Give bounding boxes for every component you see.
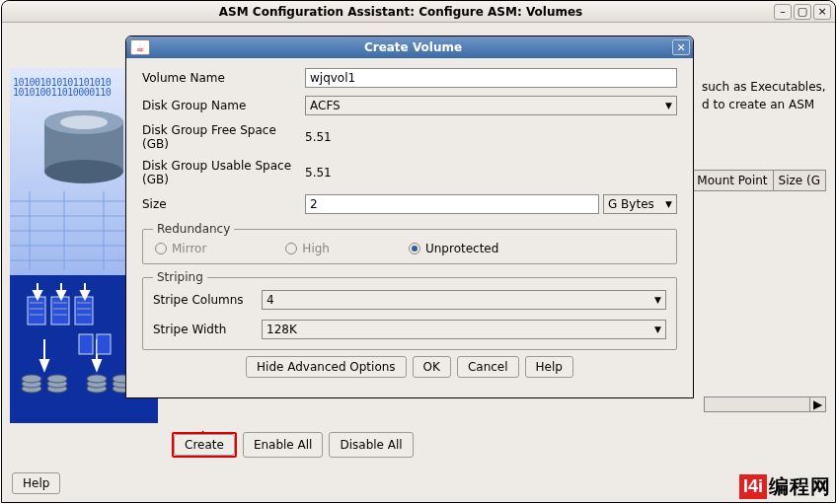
disk-group-name-label: Disk Group Name <box>142 99 305 112</box>
table-header-fragment: Mount Point Size (G <box>691 170 826 191</box>
col-mount-point[interactable]: Mount Point <box>692 171 772 190</box>
create-button[interactable]: Create <box>174 434 235 456</box>
cancel-button[interactable]: Cancel <box>457 356 519 378</box>
redundancy-unprotected-radio[interactable]: Unprotected <box>409 242 498 255</box>
usable-space-value: 5.51 <box>305 164 677 181</box>
hide-advanced-button[interactable]: Hide Advanced Options <box>246 356 407 378</box>
chevron-down-icon: ▼ <box>654 295 661 305</box>
watermark-text: 编程网 <box>769 473 831 500</box>
chevron-down-icon: ▼ <box>654 324 661 334</box>
free-space-label: Disk Group Free Space (GB) <box>142 123 305 151</box>
dialog-close-button[interactable]: ✕ <box>672 39 690 55</box>
stripe-width-select[interactable]: 128K▼ <box>262 320 666 339</box>
stripe-columns-label: Stripe Columns <box>153 293 262 307</box>
size-input[interactable] <box>305 194 599 214</box>
info-text-fragment: such as Executables, d to create an ASM <box>702 78 828 113</box>
svg-rect-18 <box>28 297 45 324</box>
main-window-title: ASM Configuration Assistant: Configure A… <box>28 5 774 19</box>
main-window: ASM Configuration Assistant: Configure A… <box>1 0 836 503</box>
dialog-title-bar: ☕ Create Volume ✕ <box>126 36 693 58</box>
java-icon: ☕ <box>130 39 150 55</box>
h-scrollbar-fragment[interactable]: ▶ <box>704 396 826 412</box>
ok-button[interactable]: OK <box>413 356 451 378</box>
disk-group-name-select[interactable]: ACFS▼ <box>305 96 677 115</box>
svg-point-48 <box>87 375 107 383</box>
create-volume-dialog: ☕ Create Volume ✕ Volume Name Disk Group… <box>125 36 694 398</box>
volume-name-input[interactable] <box>305 68 677 88</box>
main-content: 101001010101101010 101010011010000110 <box>2 24 835 502</box>
redundancy-high-radio: High <box>285 242 330 255</box>
svg-point-6 <box>44 160 123 183</box>
size-unit-select[interactable]: G Bytes▼ <box>603 194 677 214</box>
col-size[interactable]: Size (G <box>773 171 825 190</box>
scroll-right-icon[interactable]: ▶ <box>809 397 825 411</box>
usable-space-label: Disk Group Usable Space (GB) <box>142 159 305 186</box>
redundancy-group: Redundancy Mirror High Unprotected <box>142 222 677 264</box>
redundancy-legend: Redundancy <box>153 222 234 236</box>
svg-text:101010011010000110: 101010011010000110 <box>13 87 112 98</box>
striping-legend: Striping <box>153 270 207 284</box>
stripe-columns-select[interactable]: 4▼ <box>262 290 666 310</box>
main-title-bar: ASM Configuration Assistant: Configure A… <box>2 1 835 23</box>
dialog-title: Create Volume <box>154 40 672 54</box>
create-highlight: Create <box>172 432 237 458</box>
redundancy-mirror-radio: Mirror <box>155 242 206 255</box>
dialog-help-button[interactable]: Help <box>525 356 573 378</box>
svg-rect-53 <box>97 334 111 354</box>
enable-all-button[interactable]: Enable All <box>243 432 324 458</box>
minimize-button[interactable]: – <box>774 4 792 20</box>
svg-rect-20 <box>75 297 93 324</box>
striping-group: Striping Stripe Columns 4▼ Stripe Width … <box>142 270 677 350</box>
watermark: I4i 编程网 <box>739 473 831 500</box>
svg-rect-19 <box>51 297 69 324</box>
free-space-value: 5.51 <box>305 128 677 146</box>
help-button[interactable]: Help <box>12 472 60 494</box>
close-button[interactable]: × <box>813 4 831 20</box>
svg-point-8 <box>60 115 108 129</box>
volume-name-label: Volume Name <box>142 71 305 85</box>
stripe-width-label: Stripe Width <box>153 323 262 336</box>
svg-point-42 <box>22 375 41 383</box>
chevron-down-icon: ▼ <box>665 101 672 110</box>
maximize-button[interactable]: ▢ <box>794 4 811 20</box>
watermark-logo: I4i <box>739 474 767 499</box>
svg-rect-52 <box>79 334 93 354</box>
disable-all-button[interactable]: Disable All <box>329 432 413 458</box>
svg-point-45 <box>47 375 67 383</box>
size-label: Size <box>142 197 305 211</box>
chevron-down-icon: ▼ <box>665 199 672 209</box>
